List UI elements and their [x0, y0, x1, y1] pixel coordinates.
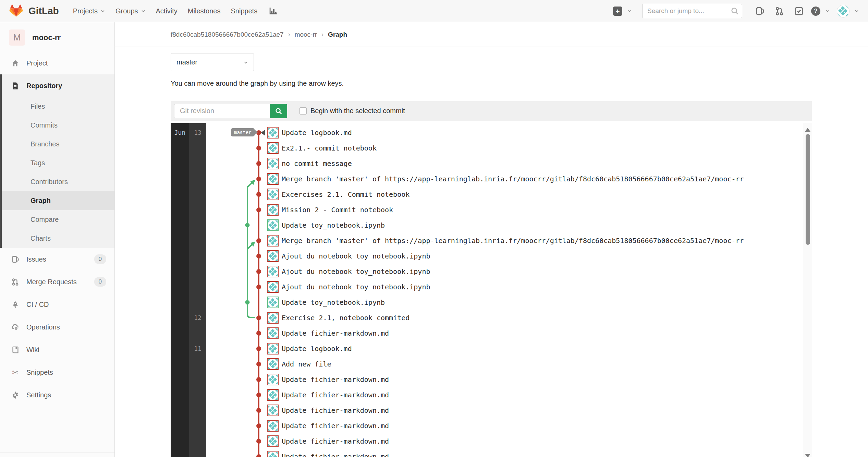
commit-author-avatar[interactable] [267, 219, 279, 231]
commit-message[interactable]: Ajout du notebook toy_notebook.ipynb [282, 252, 430, 260]
search-input[interactable] [642, 4, 742, 18]
commit-author-avatar[interactable] [267, 420, 279, 432]
commit-author-avatar[interactable] [267, 204, 279, 216]
scroll-down-arrow[interactable] [805, 454, 810, 457]
commit-message[interactable]: Add new file [282, 360, 331, 368]
navbar-link-snippets[interactable]: Snippets [225, 4, 262, 18]
gitlab-brand[interactable]: GitLab [9, 3, 59, 19]
commit-message[interactable]: Update fichier-markdown.md [282, 437, 389, 445]
commit-author-avatar[interactable] [267, 405, 279, 416]
commit-row[interactable]: Mission 2 - Commit notebook [171, 202, 812, 218]
commit-row[interactable]: Excercises 2.1. Commit notebook [171, 187, 812, 202]
commit-message[interactable]: Mission 2 - Commit notebook [282, 206, 393, 214]
new-menu-button[interactable]: + [613, 7, 622, 16]
commit-row[interactable]: Update logbook.md [171, 341, 812, 357]
commit-author-avatar[interactable] [267, 312, 279, 324]
commit-author-avatar[interactable] [267, 358, 279, 370]
sidebar-item-compare[interactable]: Compare [2, 210, 114, 229]
commit-author-avatar[interactable] [267, 327, 279, 339]
commit-author-avatar[interactable] [267, 235, 279, 246]
commit-author-avatar[interactable] [267, 250, 279, 262]
commit-author-avatar[interactable] [267, 343, 279, 354]
issues-icon[interactable] [753, 7, 767, 16]
commit-author-avatar[interactable] [267, 451, 279, 457]
commit-author-avatar[interactable] [267, 173, 279, 185]
commit-row[interactable]: Ajout du notebook toy_notebook.ipynb [171, 264, 812, 279]
commit-message[interactable]: Update fichier-markdown.md [282, 453, 389, 457]
breadcrumb-item[interactable]: mooc-rr [295, 31, 317, 38]
sidebar-item-wiki[interactable]: Wiki [0, 338, 114, 361]
commit-message[interactable]: Merge branch 'master' of https://app-lea… [282, 175, 744, 183]
commit-row[interactable]: Update fichier-markdown.md [171, 418, 812, 434]
commit-row[interactable]: Ajout du notebook toy_notebook.ipynb [171, 279, 812, 295]
git-revision-input[interactable] [174, 104, 270, 118]
chevron-down-icon[interactable] [854, 9, 859, 13]
sidebar-item-operations[interactable]: Operations [0, 316, 114, 338]
todos-icon[interactable] [792, 7, 806, 16]
commit-message[interactable]: Ajout du notebook toy_notebook.ipynb [282, 267, 430, 276]
sidebar-item-merge-requests[interactable]: Merge Requests0 [0, 270, 114, 293]
branch-dropdown[interactable]: master [171, 53, 254, 71]
commit-author-avatar[interactable] [267, 297, 279, 308]
commit-author-avatar[interactable] [267, 389, 279, 401]
analytics-charts-link[interactable] [264, 4, 283, 18]
commit-message[interactable]: Ajout du notebook toy_notebook.ipynb [282, 283, 430, 291]
commit-message[interactable]: Update logbook.md [282, 129, 352, 137]
commit-message[interactable]: Excercises 2.1. Commit notebook [282, 190, 409, 199]
commit-row[interactable]: Update fichier-markdown.md [171, 326, 812, 341]
commit-message[interactable]: Update fichier-markdown.md [282, 375, 389, 384]
commit-row[interactable]: no commit message [171, 156, 812, 171]
commit-row[interactable]: Merge branch 'master' of https://app-lea… [171, 233, 812, 249]
help-icon[interactable]: ? [811, 7, 820, 16]
project-header[interactable]: M mooc-rr [0, 22, 114, 52]
commit-message[interactable]: Update fichier-markdown.md [282, 406, 389, 414]
sidebar-item-graph[interactable]: Graph [2, 191, 114, 210]
commit-row[interactable]: Update fichier-markdown.md [171, 449, 812, 457]
breadcrumb-item[interactable]: f8dc60cab5180566667b00ce62a51ae7 [171, 31, 284, 38]
sidebar-item-issues[interactable]: Issues0 [0, 248, 114, 270]
commit-message[interactable]: Exercise 2.1, notebook commited [282, 314, 409, 322]
commit-message[interactable]: no commit message [282, 159, 352, 168]
sidebar-item-files[interactable]: Files [2, 97, 114, 116]
sidebar-item-settings[interactable]: Settings [0, 384, 114, 406]
sidebar-item-commits[interactable]: Commits [2, 116, 114, 135]
commit-row[interactable]: Exercise 2.1, notebook commited [171, 310, 812, 326]
commit-author-avatar[interactable] [267, 142, 279, 154]
commit-message[interactable]: Merge branch 'master' of https://app-lea… [282, 237, 744, 245]
commit-author-avatar[interactable] [267, 266, 279, 277]
commit-message[interactable]: Update fichier-markdown.md [282, 391, 389, 399]
commit-author-avatar[interactable] [267, 435, 279, 447]
commit-message[interactable]: Update toy_notebook.ipynb [282, 221, 385, 229]
commit-row[interactable]: Ajout du notebook toy_notebook.ipynb [171, 249, 812, 264]
commit-author-avatar[interactable] [267, 374, 279, 385]
commit-row[interactable]: Merge branch 'master' of https://app-lea… [171, 171, 812, 187]
merge-requests-icon[interactable] [772, 7, 787, 16]
commit-row[interactable]: Update fichier-markdown.md [171, 434, 812, 449]
chevron-down-icon[interactable] [627, 9, 632, 13]
commit-message[interactable]: Ex2.1.- commit notebook [282, 144, 377, 152]
commit-row[interactable]: Ex2.1.- commit notebook [171, 141, 812, 156]
commit-row[interactable]: Add new file [171, 357, 812, 372]
navbar-link-activity[interactable]: Activity [151, 4, 183, 18]
sidebar-item-snippets[interactable]: ✂Snippets [0, 361, 114, 384]
revision-search-button[interactable] [270, 104, 287, 118]
navbar-link-milestones[interactable]: Milestones [183, 4, 226, 18]
commit-message[interactable]: Update logbook.md [282, 345, 352, 353]
commit-row[interactable]: Update fichier-markdown.md [171, 403, 812, 418]
commit-author-avatar[interactable] [267, 158, 279, 169]
sidebar-item-repository[interactable]: Repository [2, 74, 114, 97]
sidebar-item-contributors[interactable]: Contributors [2, 172, 114, 191]
scroll-up-arrow[interactable] [805, 128, 810, 132]
sidebar-item-branches[interactable]: Branches [2, 135, 114, 154]
user-avatar[interactable] [837, 5, 849, 17]
sidebar-item-charts[interactable]: Charts [2, 229, 114, 248]
navbar-link-groups[interactable]: Groups [110, 4, 151, 18]
commit-author-avatar[interactable] [267, 127, 279, 139]
commit-row[interactable]: Update toy_notebook.ipynb [171, 218, 812, 233]
sidebar-item-project[interactable]: Project [0, 52, 114, 74]
commit-author-avatar[interactable] [267, 189, 279, 200]
commit-row[interactable]: Update fichier-markdown.md [171, 372, 812, 387]
commit-message[interactable]: Update fichier-markdown.md [282, 422, 389, 430]
navbar-link-projects[interactable]: Projects [68, 4, 110, 18]
commit-row[interactable]: Update logbook.md [171, 125, 812, 141]
